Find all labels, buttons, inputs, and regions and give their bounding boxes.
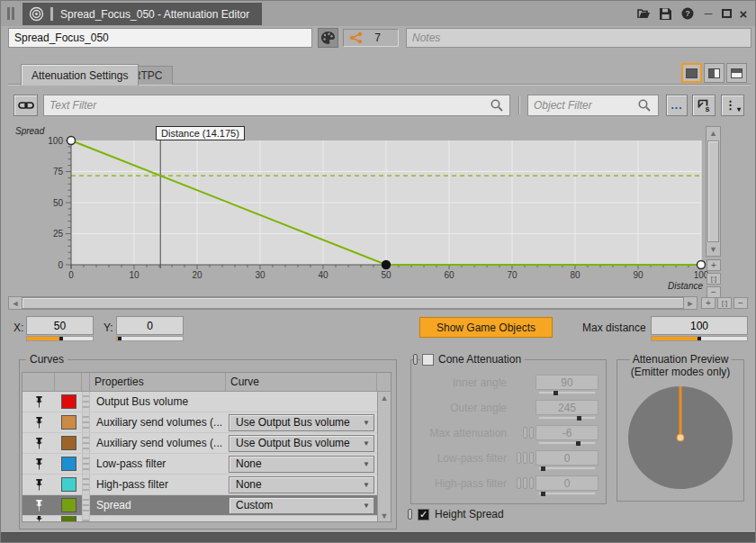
- zoom-in-x-button[interactable]: +: [701, 297, 716, 309]
- point-y-input[interactable]: [116, 316, 184, 335]
- cone-field-slider[interactable]: [538, 492, 596, 495]
- curve-property-label[interactable]: Output Bus volume: [90, 392, 226, 412]
- pin-icon[interactable]: [34, 458, 44, 470]
- curve-color-swatch[interactable]: [61, 498, 76, 512]
- curve-color-swatch[interactable]: [61, 457, 76, 471]
- pin-icon[interactable]: [34, 396, 44, 408]
- chevron-down-icon: ▾: [737, 105, 741, 113]
- curve-color-swatch[interactable]: [61, 516, 76, 521]
- cone-field-label: Max attenuation: [417, 427, 507, 439]
- layout-single-button[interactable]: [681, 63, 702, 83]
- curve-type-dropdown[interactable]: Use Output Bus volume▼: [229, 435, 374, 452]
- svg-text:0: 0: [68, 270, 74, 280]
- dock-grip-icon[interactable]: [7, 7, 16, 20]
- curve-row[interactable]: Auxiliary send volumes (...Use Output Bu…: [22, 433, 377, 454]
- zoom-in-y-button[interactable]: +: [706, 259, 721, 271]
- point-x-slider[interactable]: [26, 336, 94, 341]
- height-spread-checkbox[interactable]: ✓: [418, 509, 429, 520]
- point-x-input[interactable]: [26, 316, 94, 335]
- point-y-slider[interactable]: [116, 336, 184, 341]
- scrollbar-thumb[interactable]: [22, 297, 684, 309]
- title-bar[interactable]: Spread_Focus_050 - Attenuation Editor ? …: [1, 1, 756, 26]
- svg-text:100: 100: [48, 136, 63, 146]
- curve-property-label[interactable]: Auxiliary send volumes (...: [90, 433, 226, 453]
- max-distance-input[interactable]: [651, 316, 748, 335]
- curve-type-dropdown[interactable]: Use Output Bus volume▼: [229, 414, 374, 431]
- curve-color-swatch[interactable]: [61, 415, 76, 430]
- close-button[interactable]: ×: [735, 6, 752, 21]
- scrollbar-thumb[interactable]: [707, 140, 719, 242]
- curve-color-swatch[interactable]: [61, 477, 76, 492]
- cone-field-slider[interactable]: [538, 441, 596, 445]
- curve-row[interactable]: Auxiliary send volumes (...Use Output Bu…: [22, 412, 377, 433]
- cone-field-slider[interactable]: [538, 466, 596, 470]
- tab-attenuation-settings[interactable]: Attenuation Settings: [21, 64, 139, 86]
- curve-property-label[interactable]: [90, 516, 226, 521]
- window-title-tab[interactable]: Spread_Focus_050 - Attenuation Editor: [22, 3, 262, 25]
- scroll-down-icon[interactable]: ▼: [378, 510, 391, 521]
- more-options-button[interactable]: ...: [666, 95, 688, 116]
- text-filter-input[interactable]: [43, 95, 510, 116]
- scroll-down-icon[interactable]: ▼: [706, 243, 720, 256]
- chain-link-icon: [18, 100, 34, 111]
- pin-icon[interactable]: [34, 500, 44, 511]
- curve-property-label[interactable]: Auxiliary send volumes (...: [90, 412, 226, 432]
- curve-row[interactable]: [22, 516, 377, 521]
- minimize-button[interactable]: ─: [700, 6, 716, 21]
- layout-split-vertical-button[interactable]: [704, 63, 724, 83]
- cone-field-value[interactable]: 0: [536, 450, 598, 466]
- curve-type-dropdown[interactable]: None▼: [229, 476, 374, 493]
- curves-table-scrollbar[interactable]: ▲ ▼: [377, 392, 391, 521]
- pin-icon[interactable]: [34, 479, 44, 491]
- curve-row[interactable]: Output Bus volume: [22, 392, 377, 412]
- color-palette-button[interactable]: [318, 28, 338, 48]
- cone-field-value[interactable]: 0: [536, 475, 598, 491]
- cone-field-value[interactable]: 245: [536, 400, 598, 415]
- open-file-button[interactable]: [635, 6, 652, 21]
- properties-column-header: Properties: [90, 373, 226, 391]
- pin-icon[interactable]: [34, 516, 44, 521]
- curve-property-label[interactable]: Spread: [90, 495, 226, 515]
- layout-split-horizontal-button[interactable]: [726, 63, 747, 83]
- link-indicator-button[interactable]: [14, 95, 38, 116]
- scroll-left-icon[interactable]: ◄: [9, 297, 22, 309]
- curve-color-swatch[interactable]: [61, 394, 76, 409]
- curve-type-dropdown[interactable]: Custom▼: [229, 497, 374, 514]
- notes-input[interactable]: [406, 28, 752, 48]
- cone-field-slider[interactable]: [538, 391, 596, 394]
- pin-icon[interactable]: [34, 438, 44, 449]
- rtpc-indicator-icon: [529, 427, 534, 439]
- max-distance-slider[interactable]: [651, 336, 748, 341]
- cone-field-slider[interactable]: [538, 416, 596, 420]
- zoom-fit-y-button[interactable]: [:]: [706, 273, 721, 285]
- graph-horizontal-scrollbar[interactable]: ◄ ►: [8, 296, 698, 310]
- pin-icon[interactable]: [34, 417, 44, 429]
- attenuation-curve-graph[interactable]: 01020304050607080901000255075100SpreadDi…: [8, 124, 708, 294]
- curve-property-label[interactable]: Low-pass filter: [90, 454, 226, 474]
- curve-row[interactable]: High-pass filterNone▼: [22, 475, 377, 495]
- cone-attenuation-checkbox[interactable]: [422, 354, 434, 366]
- references-indicator[interactable]: 7: [343, 29, 399, 47]
- object-name-input[interactable]: [8, 28, 312, 48]
- curve-row[interactable]: Low-pass filterNone▼: [22, 454, 377, 475]
- graph-vertical-scrollbar[interactable]: ▲ ▼: [706, 126, 721, 257]
- cone-field-value[interactable]: -6: [536, 425, 598, 440]
- scroll-right-icon[interactable]: ►: [684, 297, 697, 309]
- filter-settings-button[interactable]: s: [692, 95, 716, 116]
- help-button[interactable]: ?: [680, 6, 696, 21]
- curve-type-dropdown[interactable]: None▼: [229, 456, 374, 473]
- curve-color-swatch[interactable]: [61, 436, 76, 450]
- save-button[interactable]: [657, 6, 673, 21]
- row-grip: [82, 392, 90, 412]
- zoom-fit-x-button[interactable]: [:]: [717, 297, 732, 309]
- scroll-up-icon[interactable]: ▲: [706, 127, 720, 140]
- curve-property-label[interactable]: High-pass filter: [90, 475, 226, 494]
- scroll-up-icon[interactable]: ▲: [378, 392, 391, 403]
- zoom-out-x-button[interactable]: −: [734, 297, 748, 309]
- tab-label: Attenuation Settings: [32, 69, 128, 82]
- maximize-button[interactable]: [718, 6, 734, 21]
- cone-field-value[interactable]: 90: [536, 375, 598, 390]
- show-game-objects-button[interactable]: Show Game Objects: [419, 317, 553, 338]
- overflow-menu-button[interactable]: ⋮▾: [721, 95, 744, 116]
- curve-row[interactable]: SpreadCustom▼: [22, 495, 377, 516]
